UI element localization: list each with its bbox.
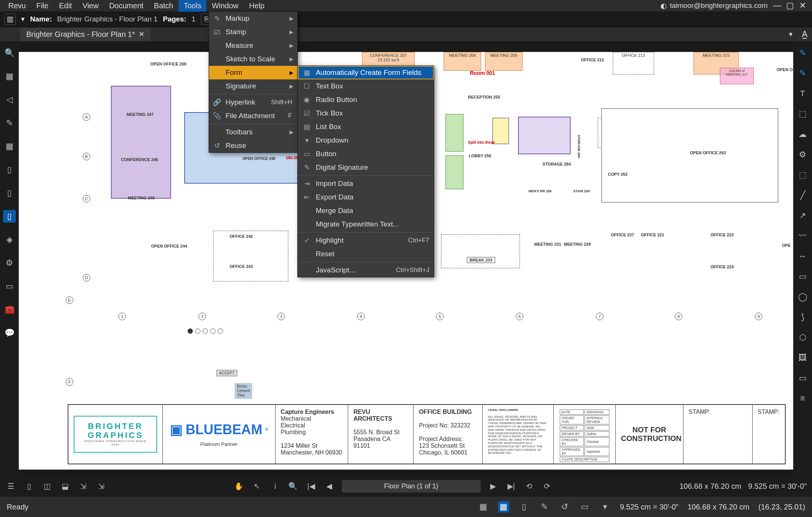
line-tool-icon[interactable]: ╱ — [796, 189, 809, 202]
single-page-icon[interactable]: ▯ — [23, 481, 35, 492]
menu-batch[interactable]: Batch — [149, 0, 179, 12]
arrow-tool-icon[interactable]: ↗ — [796, 209, 809, 222]
tools-menu-file-attachment[interactable]: 📎File AttachmentF — [209, 109, 297, 123]
menu-window[interactable]: Window — [206, 0, 244, 12]
thumbnail-button[interactable]: ▥ — [5, 14, 16, 25]
tools-menu-measure[interactable]: Measure▶ — [209, 39, 297, 52]
window-close[interactable]: ✕ — [796, 1, 809, 11]
menu-document[interactable]: Document — [104, 0, 148, 12]
dropdown-caret-icon[interactable]: ▾ — [21, 15, 25, 23]
cloud-tool-icon[interactable]: ☁ — [796, 128, 809, 141]
sync-toggle-icon[interactable]: ▭ — [579, 501, 591, 512]
menu-view[interactable]: View — [77, 0, 104, 12]
window-minimize[interactable]: — — [771, 1, 783, 11]
thumbnails-icon[interactable]: ▦ — [3, 70, 16, 83]
grid-icon[interactable]: ▦ — [3, 140, 16, 153]
form-menu-javascript-[interactable]: JavaScript...Ctrl+Shift+J — [298, 263, 434, 277]
next-page-icon[interactable]: ▶ — [488, 481, 499, 492]
text-select-icon[interactable]: Ꭵ — [270, 481, 281, 492]
form-menu-highlight[interactable]: ✓HighlightCtrl+F7 — [298, 234, 434, 247]
settings-gear-icon[interactable]: ⚙ — [3, 257, 16, 269]
multiview-icon[interactable]: ⇲ — [95, 481, 107, 492]
form-menu-import-data[interactable]: ⇥Import Data — [298, 177, 434, 190]
prev-page-icon[interactable]: ◀ — [324, 481, 335, 492]
polyshape-tool-icon[interactable]: ⬡ — [796, 331, 809, 344]
pen-tool-icon[interactable]: ✎ — [796, 47, 809, 59]
form-menu-migrate-typewritten-text-[interactable]: Migrate Typewritten Text... — [298, 217, 434, 231]
tab-overflow-button[interactable]: ▾ — [789, 30, 797, 38]
snap-toggle-icon[interactable]: ▦ — [498, 501, 509, 512]
snapshot-tool-icon[interactable]: ≡ — [796, 392, 809, 405]
form-menu-tick-box[interactable]: ☑Tick Box — [298, 106, 434, 120]
bookmarks-icon[interactable]: ◁ — [3, 93, 16, 106]
layers-icon[interactable]: ◈ — [3, 233, 16, 246]
chat-icon[interactable]: 💬 — [3, 327, 16, 339]
reuse-toggle-icon[interactable]: ↺ — [559, 501, 570, 512]
next-view-icon[interactable]: ⟳ — [542, 481, 553, 492]
toolchest-icon[interactable]: 🧰 — [3, 303, 16, 316]
last-page-icon[interactable]: ▶| — [506, 481, 517, 492]
form-menu-reset[interactable]: Reset — [298, 247, 434, 261]
snap-content-icon[interactable]: ▯ — [518, 501, 530, 512]
form-menu-dropdown[interactable]: ▾Dropdown — [298, 134, 434, 147]
form-menu-list-box[interactable]: ▤List Box — [298, 120, 434, 134]
window-maximize[interactable]: ▢ — [783, 1, 796, 11]
text-tool-icon[interactable]: T — [796, 87, 809, 100]
page-size[interactable]: 106.68 x 76.20 cm — [679, 482, 741, 491]
arc-tool-icon[interactable]: ⟆ — [796, 311, 809, 324]
rectangle-tool-icon[interactable]: ▭ — [796, 270, 809, 283]
forms-panel-icon[interactable]: ▯ — [3, 210, 16, 223]
first-page-icon[interactable]: |◀ — [306, 481, 317, 492]
user-email[interactable]: ◐ taimoor@brightergraphics.com — [657, 2, 771, 10]
menu-file[interactable]: File — [31, 0, 54, 12]
unsplit-icon[interactable]: ⇲ — [77, 481, 89, 492]
more-status-icon[interactable]: ▾ — [600, 501, 611, 512]
flag-icon[interactable]: ▯ — [3, 187, 16, 199]
polyline-tool-icon[interactable]: 〰 — [796, 230, 809, 242]
menu-help[interactable]: Help — [244, 0, 270, 12]
tools-menu-stamp[interactable]: 🖃Stamp▶ — [209, 25, 297, 39]
sets-icon[interactable]: ▭ — [3, 280, 16, 293]
status-scale-2[interactable]: 106.68 x 76.20 cm — [688, 503, 750, 511]
menu-tools[interactable]: Tools — [179, 0, 207, 12]
gear-tool-icon[interactable]: ⚙ — [796, 148, 809, 161]
form-menu-merge-data[interactable]: Merge Data — [298, 204, 434, 217]
highlighter-tool-icon[interactable]: ✎ — [796, 67, 809, 80]
page-name-field[interactable]: Floor Plan (1 of 1) — [342, 480, 481, 493]
form-menu-radio-button[interactable]: ◉Radio Button — [298, 93, 434, 106]
snap-markup-icon[interactable]: ✎ — [539, 501, 550, 512]
right-panel-toggle[interactable]: A̲ — [797, 29, 812, 39]
tools-menu-markup[interactable]: ✎Markup▶ — [209, 12, 297, 25]
ellipse-tool-icon[interactable]: ◯ — [796, 290, 809, 303]
tools-menu-signature[interactable]: Signature▶ — [209, 79, 297, 93]
grid-toggle-icon[interactable]: ▦ — [478, 501, 489, 512]
document-tab[interactable]: Brighter Graphics - Floor Plan 1* ✕ — [20, 28, 150, 41]
prev-view-icon[interactable]: ⟲ — [524, 481, 535, 492]
tools-menu-form[interactable]: Form▶ — [209, 66, 297, 79]
pan-tool-icon[interactable]: ✋ — [233, 481, 245, 492]
tools-menu-sketch-to-scale[interactable]: Sketch to Scale▶ — [209, 52, 297, 66]
zoom-tool-icon[interactable]: 🔍 — [288, 481, 299, 492]
form-menu-automatically-create-form-fields[interactable]: ▦Automatically Create Form Fields — [298, 66, 434, 79]
form-menu-text-box[interactable]: ☐Text Box — [298, 79, 434, 93]
form-menu-digital-signature[interactable]: ✎Digital Signature — [298, 161, 434, 174]
callout-tool-icon[interactable]: ⬚ — [796, 108, 809, 120]
page-scale[interactable]: 9.525 cm = 30'-0" — [748, 482, 807, 491]
select-tool-icon[interactable]: ↖ — [251, 481, 263, 492]
panel-list-icon[interactable]: ☰ — [5, 481, 17, 492]
form-menu-export-data[interactable]: ⇤Export Data — [298, 190, 434, 204]
split-horiz-icon[interactable]: ⬓ — [59, 481, 71, 492]
tools-menu-toolbars[interactable]: Toolbars▶ — [209, 125, 297, 139]
measure-icon[interactable]: ✎ — [3, 117, 16, 129]
dimension-tool-icon[interactable]: ↔ — [796, 250, 809, 263]
tools-menu-hyperlink[interactable]: 🔗HyperlinkShift+H — [209, 96, 297, 109]
image-tool-icon[interactable]: 🖼 — [796, 351, 809, 364]
menu-revu[interactable]: Revu — [3, 0, 31, 12]
page-icon[interactable]: ▯ — [3, 163, 16, 176]
menu-edit[interactable]: Edit — [54, 0, 77, 12]
crop-tool-icon[interactable]: ⬚ — [796, 169, 809, 181]
status-scale-1[interactable]: 9.525 cm = 30'-0" — [620, 503, 679, 511]
search-icon[interactable]: 🔍 — [3, 47, 16, 59]
form-menu-button[interactable]: ▭Button — [298, 147, 434, 161]
stamp-tool-icon[interactable]: ▭ — [796, 372, 809, 385]
